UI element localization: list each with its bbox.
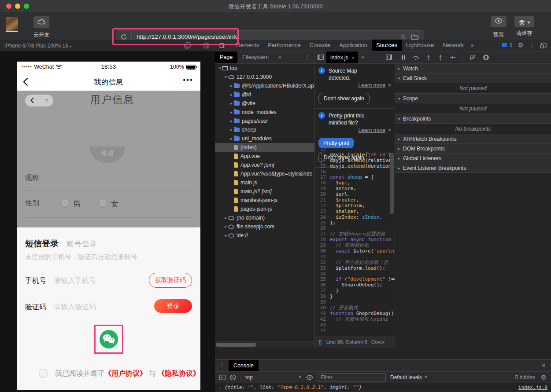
avatar-edit-overlay[interactable]: 修改 [90,147,125,163]
capsule-back-icon[interactable] [30,97,34,103]
drawer-menu-icon[interactable]: ⋮ [215,360,229,371]
debugger-section-dom-breakpoints[interactable]: ▸DOM Breakpoints [395,144,551,154]
close-icon[interactable]: × [388,82,391,88]
learn-more-link[interactable]: Learn more [359,127,385,133]
tab-account-login[interactable]: 账号登录 [67,240,96,248]
gender-male-radio[interactable] [60,198,70,208]
tree-item[interactable]: App.vue? [sm] [215,161,314,169]
tree-item[interactable]: ▾top [215,64,314,73]
tree-item[interactable]: ▾127.0.0.1:3000 [215,73,314,81]
tab-elements[interactable]: Elements [231,40,263,51]
step-icon[interactable] [450,55,456,60]
navigator-tab-page[interactable]: Page [215,51,237,63]
console-settings-icon[interactable]: ⚙ [541,374,547,381]
tab-network[interactable]: Network [438,40,468,51]
close-drawer-icon[interactable]: × [536,360,551,371]
tree-item[interactable]: ▸sheep [215,125,314,134]
tab-application[interactable]: Application [335,40,372,51]
tabs-overflow-icon[interactable]: » [468,40,477,51]
tree-item[interactable]: App.vue [215,152,314,161]
device-selector[interactable]: iPhone 6/7/8 Plus 100% 16 ▾ [4,43,71,49]
tab-lighthouse[interactable]: Lighthouse [402,40,439,51]
console-filter-input[interactable]: Filter [318,374,386,381]
debugger-section-watch[interactable]: ▸Watch [395,64,551,73]
tree-item[interactable]: ▸@id [215,90,314,99]
devtools-menu-icon[interactable]: ⋮ [529,42,535,49]
phone-input[interactable]: 请输入手机号 [54,276,96,286]
tree-item[interactable]: main.js? [sm] [215,187,314,196]
more-menu-icon[interactable]: ••• [183,76,193,84]
debugger-section-event-listener-breakpoints[interactable]: ▸Event Listener Breakpoints [395,163,551,173]
issues-indicator[interactable]: 1 [502,42,513,48]
tree-item[interactable]: (index) [215,143,314,152]
debugger-section-call-stack[interactable]: ▾Call Stack [395,73,551,83]
tree-item[interactable]: pages-json-js [215,205,314,213]
capsule-menu-icon[interactable]: ≡ [45,97,48,103]
step-into-icon[interactable] [426,55,431,60]
tab-console[interactable]: Console [305,40,335,51]
source-location-link[interactable]: index.js:9 [518,383,547,392]
tab-performance[interactable]: Performance [263,40,305,51]
console-sidebar-icon[interactable] [219,375,226,380]
clear-cache-button[interactable]: 清缓存 [511,16,537,37]
format-braces-icon[interactable]: {} [318,339,322,344]
navigator-tab-filesystem[interactable]: Filesystem [237,51,274,63]
agreement-checkbox[interactable] [39,369,48,378]
deactivate-breakpoints-icon[interactable] [470,55,476,60]
navigator-tabs-overflow-icon[interactable]: » [274,51,286,63]
dock-side-icon[interactable] [540,43,547,48]
settings-gear-icon[interactable]: ⚙ [518,41,524,49]
code-editor[interactable]: 1213dayjs.locale('zh-cn');14dayjs.extend… [315,147,395,336]
code-input[interactable]: 请输入验证码 [54,303,96,312]
tree-item[interactable]: ▸(no domain) [215,213,314,222]
tab-sources[interactable]: Sources [372,40,402,51]
tree-item[interactable]: ▸@vite [215,99,314,108]
tree-item[interactable]: ▸ide:// [215,231,314,240]
multi-window-icon[interactable] [184,42,191,49]
tree-item[interactable]: manifest-json-js [215,196,314,205]
tree-item[interactable]: ▸pages/user [215,117,314,125]
user-avatar[interactable] [6,17,18,32]
bookmarks-folder-icon[interactable] [411,34,418,40]
tree-item[interactable]: main.js [215,178,314,187]
clear-console-icon[interactable] [230,374,236,381]
inspect-device-icon[interactable] [215,40,230,51]
tree-item[interactable]: ▸file.sheepjs.com [215,222,314,231]
step-over-icon[interactable] [413,55,419,60]
preview-button[interactable]: 预览 [488,16,509,38]
refresh-icon[interactable] [120,33,127,40]
disable-icon[interactable] [203,42,210,49]
editor-tab-indexjs[interactable]: index.js× [326,51,358,63]
navigator-menu-icon[interactable]: ⋮ [300,51,314,63]
tree-item[interactable]: App.vue?vue&type=style&inde [215,169,314,178]
context-selector[interactable]: top▼ [245,374,302,381]
navigator-hscrollbar[interactable] [215,341,314,348]
debugger-section-xhr-fetch-breakpoints[interactable]: ▸XHR/fetch Breakpoints [395,134,551,144]
step-out-icon[interactable] [438,55,443,60]
tree-item[interactable]: ▸node_modules [215,108,314,117]
privacy-agreement-link[interactable]: 《隐私协议》 [158,370,200,377]
hide-navigator-icon[interactable] [315,51,326,63]
wechat-login-button[interactable] [100,330,118,348]
drawer-tab-console[interactable]: Console [229,360,259,371]
tab-sms-login[interactable]: 短信登录 [25,239,59,248]
debugger-section-scope[interactable]: ▾Scope [395,94,551,103]
open-file-icon[interactable] [383,51,395,63]
get-code-button[interactable]: 获取验证码 [149,273,192,288]
learn-more-link[interactable]: Learn more [359,82,385,88]
dont-show-again-button[interactable]: Don't show again [318,93,370,104]
tree-item[interactable]: ▸uni_modules [215,134,314,143]
log-levels-selector[interactable]: Default levels▼ [390,374,428,381]
pause-on-exceptions-icon[interactable] [483,54,489,61]
tree-item[interactable]: ▸@fs/Applications/HBuilderX.ap [215,81,314,90]
expand-icon[interactable]: ▸ [219,384,222,392]
editor-vscrollbar[interactable] [390,153,394,214]
debugger-section-breakpoints[interactable]: ▾Breakpoints [395,114,551,124]
cloud-dev-button[interactable]: 云开发 [28,16,55,39]
debugger-section-global-listeners[interactable]: ▸Global Listeners [395,154,551,163]
pause-script-icon[interactable] [401,55,406,60]
console-message[interactable]: ▸{title: "", link: "?spm=0.1.0.2.1", img… [215,383,551,392]
login-button[interactable]: 登录 [154,299,192,313]
url-input[interactable]: http://127.0.0.1:3000/#/pages/user/info [137,33,238,40]
gender-female-radio[interactable] [98,198,107,208]
